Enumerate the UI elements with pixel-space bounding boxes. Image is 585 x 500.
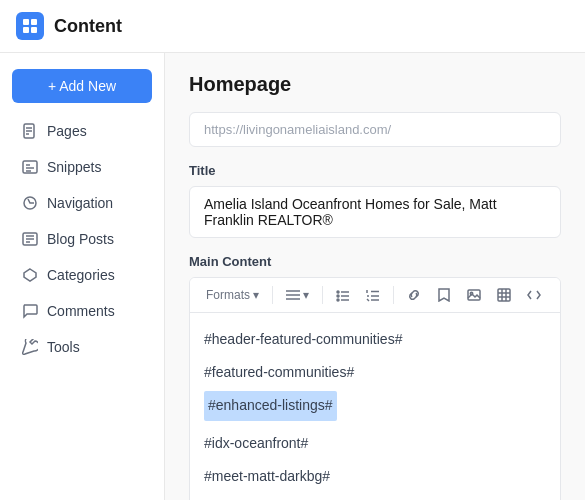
sidebar-item-label: Comments — [47, 303, 115, 319]
sidebar-item-categories[interactable]: Categories — [12, 259, 152, 291]
bookmark-icon — [437, 288, 451, 302]
svg-rect-35 — [498, 289, 510, 301]
svg-point-23 — [337, 299, 339, 301]
ol-icon — [366, 288, 380, 302]
navigation-icon — [22, 195, 38, 211]
app-header: Content — [0, 0, 585, 53]
editor-line-5: #meet-matt-darkbg# — [204, 462, 546, 491]
toolbar-divider-1 — [272, 286, 273, 304]
image-button[interactable] — [461, 284, 487, 306]
sidebar-item-comments[interactable]: Comments — [12, 295, 152, 327]
app-title: Content — [54, 16, 122, 37]
svg-rect-2 — [23, 27, 29, 33]
code-icon — [527, 288, 541, 302]
svg-point-22 — [337, 295, 339, 297]
app-icon — [16, 12, 44, 40]
image-icon — [467, 288, 481, 302]
editor-body[interactable]: #header-featured-communities# #featured-… — [190, 313, 560, 500]
svg-line-29 — [367, 299, 369, 301]
editor-line-4: #idx-oceanfront# — [204, 429, 546, 458]
editor-line-2: #featured-communities# — [204, 358, 546, 387]
formats-dropdown[interactable]: Formats ▾ — [200, 284, 265, 306]
align-button[interactable]: ▾ — [280, 284, 315, 306]
toolbar-divider-2 — [322, 286, 323, 304]
toolbar-divider-3 — [393, 286, 394, 304]
editor-line-3: #enhanced-listings# — [204, 391, 546, 424]
page-title: Homepage — [189, 73, 561, 96]
sidebar-item-label: Tools — [47, 339, 80, 355]
title-label: Title — [189, 163, 561, 178]
category-icon — [22, 267, 38, 283]
content-logo-icon — [22, 18, 38, 34]
link-button[interactable] — [401, 284, 427, 306]
align-icon — [286, 288, 300, 302]
editor-toolbar: Formats ▾ ▾ — [190, 278, 560, 313]
comment-icon — [22, 303, 38, 319]
content-label: Main Content — [189, 254, 561, 269]
title-field[interactable]: Amelia Island Oceanfront Homes for Sale,… — [189, 186, 561, 238]
main-layout: + Add New Pages Snippets — [0, 53, 585, 500]
sidebar-item-pages[interactable]: Pages — [12, 115, 152, 147]
sidebar-item-label: Navigation — [47, 195, 113, 211]
sidebar-item-label: Blog Posts — [47, 231, 114, 247]
add-new-button[interactable]: + Add New — [12, 69, 152, 103]
sidebar-item-blog-posts[interactable]: Blog Posts — [12, 223, 152, 255]
snippet-icon — [22, 159, 38, 175]
editor-line-1: #header-featured-communities# — [204, 325, 546, 354]
svg-marker-17 — [24, 269, 36, 281]
ordered-list-button[interactable] — [360, 284, 386, 306]
svg-rect-0 — [23, 19, 29, 25]
editor-line-3-highlighted: #enhanced-listings# — [204, 391, 337, 420]
blog-icon — [22, 231, 38, 247]
sidebar-item-snippets[interactable]: Snippets — [12, 151, 152, 183]
sidebar-item-label: Pages — [47, 123, 87, 139]
svg-rect-1 — [31, 19, 37, 25]
svg-point-21 — [337, 291, 339, 293]
sidebar-item-tools[interactable]: Tools — [12, 331, 152, 363]
url-bar[interactable]: https://livingonameliaisland.com/ — [189, 112, 561, 147]
sidebar-item-label: Snippets — [47, 159, 101, 175]
main-panel: Homepage https://livingonameliaisland.co… — [165, 53, 585, 500]
bookmark-button[interactable] — [431, 284, 457, 306]
page-icon — [22, 123, 38, 139]
link-icon — [407, 288, 421, 302]
table-icon — [497, 288, 511, 302]
editor-container: Formats ▾ ▾ — [189, 277, 561, 500]
sidebar-item-label: Categories — [47, 267, 115, 283]
code-button[interactable] — [521, 284, 547, 306]
ul-icon — [336, 288, 350, 302]
unordered-list-button[interactable] — [330, 284, 356, 306]
svg-rect-3 — [31, 27, 37, 33]
table-button[interactable] — [491, 284, 517, 306]
sidebar: + Add New Pages Snippets — [0, 53, 165, 500]
sidebar-item-navigation[interactable]: Navigation — [12, 187, 152, 219]
tool-icon — [22, 339, 38, 355]
